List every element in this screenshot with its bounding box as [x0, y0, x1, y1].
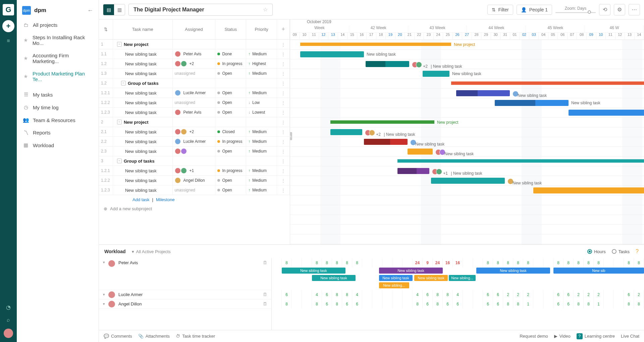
gantt-bar[interactable]: [300, 43, 451, 46]
filter-button[interactable]: ⇅Filter: [487, 5, 513, 15]
workload-person[interactable]: ▾Lucile Armer🗓: [99, 290, 271, 299]
row-more-icon[interactable]: ⋮: [277, 88, 290, 98]
add-subproject[interactable]: ⊕Add a new subproject: [99, 204, 290, 213]
row-more-icon[interactable]: ⋮: [277, 166, 290, 175]
sidebar-all-projects[interactable]: 🗀All projects: [17, 19, 99, 31]
task-row[interactable]: 3−Group of tasks⋮: [99, 156, 290, 166]
expand-toggle[interactable]: −: [121, 81, 126, 86]
task-row[interactable]: 1.2New sibling task+2In progress↑Highest…: [99, 59, 290, 69]
workload-bar[interactable]: New sib: [553, 268, 644, 274]
sidebar-starred-item[interactable]: ★Accounting Firm Marketing...: [17, 49, 99, 67]
workload-bar[interactable]: New sibling task: [282, 268, 345, 274]
chevron-icon[interactable]: ▾: [103, 302, 105, 306]
tracker-button[interactable]: ⏱Task time tracker: [176, 334, 215, 339]
video-button[interactable]: ▶Video: [554, 334, 571, 339]
gantt-bar[interactable]: [397, 168, 429, 174]
row-more-icon[interactable]: ⋮: [277, 176, 290, 185]
sidebar-nav-item[interactable]: 👥Team & Resources: [17, 114, 99, 126]
task-row[interactable]: 1.1New sibling taskPeter AvisDone↑Medium…: [99, 49, 290, 59]
row-more-icon[interactable]: ⋮: [277, 69, 290, 78]
workload-filter[interactable]: ▾ All Active Projects: [132, 249, 171, 254]
gantt-view-icon[interactable]: ▤: [103, 4, 114, 15]
gantt-bar[interactable]: [364, 139, 408, 145]
workload-tasks-radio[interactable]: Tasks: [612, 249, 630, 254]
calendar-icon[interactable]: 🗓: [263, 301, 267, 306]
comments-button[interactable]: 💬Comments: [104, 334, 132, 339]
gantt-bar[interactable]: [431, 178, 505, 184]
workload-bar[interactable]: New sibling task: [476, 268, 550, 274]
back-icon[interactable]: ←: [87, 7, 93, 14]
sidebar-starred-item[interactable]: ★Steps In Installing Rack Mo...: [17, 31, 99, 49]
row-more-icon[interactable]: ⋮: [277, 108, 290, 117]
sidebar-starred-item[interactable]: ★Product Marketing Plan Te...: [17, 67, 99, 86]
calendar-icon[interactable]: 🗓: [263, 292, 267, 297]
gantt-bar[interactable]: [366, 61, 409, 67]
row-more-icon[interactable]: ⋮: [277, 185, 290, 195]
workload-bar[interactable]: New sibling task: [379, 268, 443, 274]
request-demo[interactable]: Request demo: [520, 334, 548, 339]
user-avatar[interactable]: [4, 329, 13, 338]
board-view-icon[interactable]: ▥: [114, 4, 125, 15]
gantt-bar[interactable]: [397, 159, 644, 163]
add-milestone-link[interactable]: Milestone: [156, 197, 175, 202]
expand-toggle[interactable]: −: [117, 42, 122, 47]
task-row[interactable]: 1.2.3New sibling taskPeter AvisOpen↓Lowe…: [99, 108, 290, 117]
star-icon[interactable]: ☆: [263, 6, 268, 13]
sort-icon[interactable]: ⇅: [99, 19, 113, 39]
gantt-bar[interactable]: [330, 129, 362, 135]
workload-bar[interactable]: New sibling...: [449, 275, 476, 281]
sidebar-nav-item[interactable]: ◷My time log: [17, 101, 99, 114]
row-more-icon[interactable]: ⋮: [277, 117, 290, 127]
sidebar-nav-item[interactable]: ☰My tasks: [17, 88, 99, 101]
task-row[interactable]: 2.3New sibling taskOpen↑Medium⋮: [99, 147, 290, 156]
zoom-control[interactable]: Zoom: Days: [555, 6, 596, 13]
notifications-icon[interactable]: ◔: [4, 303, 12, 311]
task-row[interactable]: 2−New project⋮: [99, 117, 290, 127]
people-button[interactable]: 👤People 1: [517, 5, 552, 15]
task-row[interactable]: 1.2.1New sibling task+1In progress↑Mediu…: [99, 166, 290, 176]
workload-person[interactable]: ▾Angel Dillon🗓: [99, 299, 271, 309]
gantt-bar[interactable]: [423, 71, 449, 77]
gantt-bar[interactable]: [451, 81, 644, 85]
search-icon[interactable]: ⌕: [4, 316, 12, 324]
row-more-icon[interactable]: ⋮: [277, 156, 290, 166]
row-more-icon[interactable]: ⋮: [277, 98, 290, 107]
row-more-icon[interactable]: ⋮: [277, 127, 290, 136]
workload-person[interactable]: ▾Peter Avis🗓: [99, 258, 271, 290]
add-project-button[interactable]: +: [2, 20, 14, 32]
col-priority[interactable]: Priority: [246, 19, 277, 39]
learning-button[interactable]: ?Learning centre: [577, 333, 615, 339]
gantt-bar[interactable]: [300, 51, 364, 57]
live-chat[interactable]: Live Chat: [621, 334, 639, 339]
task-row[interactable]: 1.2.2New sibling taskunassignedOpen↓Low⋮: [99, 98, 290, 108]
project-title-box[interactable]: The Digital Project Manager ☆: [128, 4, 273, 16]
workload-bar[interactable]: New sibling task: [379, 275, 413, 281]
row-more-icon[interactable]: ⋮: [277, 49, 290, 59]
gantt-bar[interactable]: [495, 100, 569, 106]
calendar-icon[interactable]: 🗓: [263, 260, 267, 265]
row-more-icon[interactable]: ⋮: [277, 59, 290, 68]
task-row[interactable]: 1.2−Group of tasks⋮: [99, 78, 290, 88]
task-row[interactable]: 1.2.1New sibling taskLucile ArmerOpen↑Me…: [99, 88, 290, 98]
gantt-bar[interactable]: [330, 120, 434, 124]
workload-bar[interactable]: New sibling...: [379, 282, 409, 288]
task-row[interactable]: 1.3New sibling taskunassignedOpen↑Medium…: [99, 69, 290, 78]
attachments-button[interactable]: 📎Attachments: [138, 334, 170, 339]
add-task-link[interactable]: Add task: [132, 197, 150, 202]
sidebar-nav-item[interactable]: 〽Reports: [17, 126, 99, 139]
task-row[interactable]: 1.2.2New sibling taskAngel DillonOpen↑Me…: [99, 176, 290, 185]
gantt-chart[interactable]: ◂ October 2019 Week42 Week43 Week44 Week…: [290, 19, 644, 244]
task-row[interactable]: 2.1New sibling task+2Closed↑Medium⋮: [99, 127, 290, 137]
sidebar-nav-item[interactable]: ▦Workload: [17, 139, 99, 152]
more-icon[interactable]: ⋯: [629, 4, 640, 15]
task-row[interactable]: 2.2New sibling taskLucile ArmerIn progre…: [99, 137, 290, 147]
row-more-icon[interactable]: ⋮: [277, 40, 290, 49]
row-more-icon[interactable]: ⋮: [277, 137, 290, 146]
app-logo[interactable]: G: [3, 4, 14, 15]
history-icon[interactable]: ⟲: [599, 4, 610, 15]
task-row[interactable]: 1.2.3New sibling taskunassignedOpen↑Medi…: [99, 185, 290, 195]
task-row[interactable]: 1−New project⋮: [99, 40, 290, 49]
chevron-icon[interactable]: ▾: [103, 292, 105, 297]
col-task[interactable]: Task name: [113, 19, 173, 39]
help-icon[interactable]: ?: [636, 248, 639, 254]
